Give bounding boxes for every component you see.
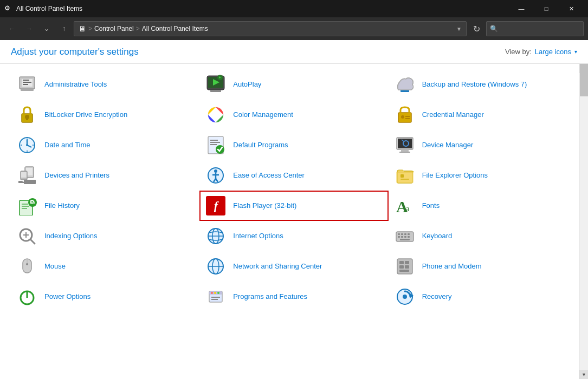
svg-point-96 [214, 292, 216, 294]
item-devices-printers[interactable]: Devices and Printers [11, 160, 199, 191]
svg-rect-78 [400, 239, 410, 240]
label-ease-of-access: Ease of Access Center [233, 171, 305, 180]
svg-point-81 [26, 263, 28, 265]
up-button[interactable]: ↑ [56, 21, 72, 36]
search-icon: 🔍 [490, 25, 498, 32]
close-button[interactable]: ✕ [559, 0, 584, 17]
item-phone-modem[interactable]: Phone and Modem [389, 251, 577, 282]
items-area: Administrative ToolsAutoPlayBackup and R… [0, 64, 588, 379]
item-file-history[interactable]: File History [11, 191, 199, 221]
item-indexing-options[interactable]: Indexing Options [11, 221, 199, 251]
svg-rect-18 [398, 113, 411, 122]
icon-backup-restore [394, 74, 416, 95]
maximize-button[interactable]: □ [534, 0, 559, 17]
minimize-button[interactable]: — [509, 0, 534, 17]
item-device-manager[interactable]: Device Manager [389, 130, 577, 160]
svg-rect-89 [405, 265, 409, 269]
label-flash-player: Flash Player (32-bit) [233, 201, 296, 211]
icon-mouse [16, 256, 38, 277]
svg-rect-33 [210, 142, 220, 143]
icon-date-time [16, 134, 38, 156]
svg-rect-87 [405, 261, 409, 264]
svg-rect-70 [398, 233, 400, 235]
item-recovery[interactable]: Recovery [389, 282, 577, 312]
svg-rect-34 [210, 144, 217, 145]
svg-line-63 [30, 239, 35, 244]
item-mouse[interactable]: Mouse [11, 251, 199, 282]
search-box[interactable]: 🔍 [486, 21, 584, 36]
item-flash-player[interactable]: fFlash Player (32-bit) [199, 191, 388, 221]
viewby-control: View by: Large icons ▾ [505, 48, 577, 56]
recent-locations-button[interactable]: ⌄ [39, 21, 54, 36]
icon-default-programs [205, 134, 227, 156]
breadcrumb-control-panel[interactable]: Control Panel [94, 25, 134, 32]
viewby-value[interactable]: Large icons [535, 48, 571, 56]
svg-rect-54 [400, 179, 409, 180]
icon-ease-of-access [205, 165, 227, 186]
item-fonts[interactable]: AaFonts [389, 191, 577, 221]
item-bitlocker[interactable]: BitLocker Drive Encryption [11, 100, 199, 130]
item-ease-of-access[interactable]: Ease of Access Center [199, 160, 388, 191]
refresh-button[interactable]: ↻ [469, 21, 484, 36]
item-color-management[interactable]: Color Management [199, 100, 388, 130]
address-box[interactable]: 🖥 > Control Panel > All Control Panel It… [74, 21, 467, 36]
breadcrumb-all-items[interactable]: All Control Panel Items [142, 25, 208, 32]
item-programs-features[interactable]: Programs and Features [199, 282, 388, 312]
icon-flash-player: f [205, 195, 227, 217]
svg-point-95 [211, 292, 213, 294]
item-power-options[interactable]: Power Options [11, 282, 199, 312]
scrollbar-down-arrow[interactable]: ▼ [579, 370, 588, 379]
icon-administrative-tools [16, 74, 38, 95]
item-date-time[interactable]: Date and Time [11, 130, 199, 160]
item-file-explorer-options[interactable]: File Explorer Options [389, 160, 577, 191]
item-internet-options[interactable]: Internet Options [199, 221, 388, 251]
content-area: Adjust your computer's settings View by:… [0, 40, 588, 379]
item-administrative-tools[interactable]: Administrative Tools [11, 69, 199, 100]
svg-rect-71 [401, 233, 403, 235]
label-devices-printers: Devices and Printers [44, 171, 109, 180]
svg-rect-57 [22, 204, 28, 205]
svg-rect-36 [398, 139, 412, 148]
window-icon: ⚙ [4, 4, 13, 13]
address-dropdown-arrow[interactable]: ▼ [456, 26, 462, 32]
label-keyboard: Keyboard [422, 232, 453, 241]
label-credential-manager: Credential Manager [422, 110, 484, 120]
page-title: Adjust your computer's settings [11, 47, 505, 57]
label-internet-options: Internet Options [233, 232, 283, 241]
item-keyboard[interactable]: Keyboard [389, 221, 577, 251]
label-mouse: Mouse [44, 262, 66, 271]
item-autoplay[interactable]: AutoPlay [199, 69, 388, 100]
svg-rect-86 [399, 261, 404, 264]
viewby-label: View by: [505, 48, 532, 56]
back-button[interactable]: ← [4, 21, 20, 36]
svg-point-25 [26, 144, 28, 146]
icon-credential-manager [394, 104, 416, 126]
svg-rect-38 [399, 152, 410, 153]
item-credential-manager[interactable]: Credential Manager [389, 100, 577, 130]
svg-rect-59 [22, 208, 27, 209]
label-autoplay: AutoPlay [233, 80, 261, 89]
item-default-programs[interactable]: Default Programs [199, 130, 388, 160]
svg-rect-99 [211, 299, 218, 300]
svg-rect-32 [210, 140, 218, 141]
scrollbar[interactable]: ▲ ▼ [579, 64, 588, 379]
icon-file-history [16, 195, 38, 217]
viewby-dropdown-arrow[interactable]: ▾ [574, 49, 577, 55]
svg-rect-5 [23, 84, 28, 85]
topbar: Adjust your computer's settings View by:… [0, 40, 588, 64]
item-backup-restore[interactable]: Backup and Restore (Windows 7) [389, 69, 577, 100]
item-network-sharing[interactable]: Network and Sharing Center [199, 251, 388, 282]
icon-file-explorer-options [394, 165, 416, 186]
svg-rect-2 [21, 89, 34, 91]
address-icon: 🖥 [79, 24, 86, 33]
svg-rect-45 [24, 180, 36, 184]
label-date-time: Date and Time [44, 141, 91, 150]
addressbar: ← → ⌄ ↑ 🖥 > Control Panel > All Control … [0, 17, 588, 40]
window-controls: — □ ✕ [509, 0, 584, 17]
svg-rect-72 [404, 233, 406, 235]
svg-rect-90 [399, 270, 409, 272]
scrollbar-thumb[interactable] [580, 64, 588, 96]
svg-rect-98 [211, 297, 220, 298]
forward-button[interactable]: → [22, 21, 37, 36]
icon-power-options [16, 286, 38, 308]
